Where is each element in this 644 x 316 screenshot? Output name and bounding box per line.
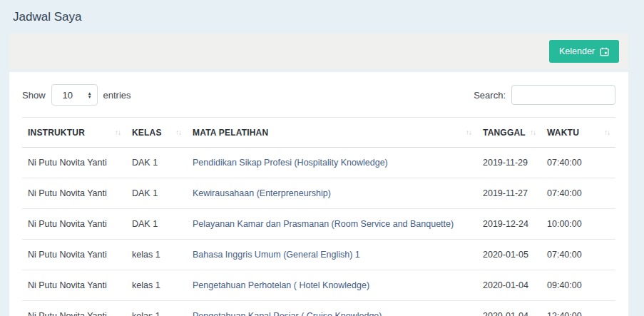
search-control: Search:: [474, 85, 615, 105]
time-cell: 07:40:00: [541, 148, 615, 178]
time-cell: 12:40:00: [541, 301, 615, 316]
calendar-icon: [600, 47, 609, 56]
table-row: Ni Putu Novita Yanti kelas 1 Pengetahuan…: [22, 301, 615, 316]
column-header-kelas[interactable]: Kelas ↑↓: [126, 118, 187, 148]
page-length-select[interactable]: 10: [51, 84, 98, 106]
main-content: Kelender Show 10 ▴▾ e: [9, 34, 628, 316]
schedule-table: Instruktur ↑↓ Kelas ↑↓ Mata Pelatihan ↑↓…: [22, 117, 615, 316]
calendar-button-label: Kelender: [559, 46, 595, 56]
entries-label: entries: [103, 90, 131, 101]
search-input[interactable]: [511, 85, 615, 105]
sort-icon: ↑↓: [466, 128, 471, 136]
sort-icon: ↑↓: [604, 128, 610, 136]
instructor-cell: Ni Putu Novita Yanti: [22, 301, 126, 316]
date-cell: 2020-01-04: [477, 301, 541, 316]
table-row: Ni Putu Novita Yanti kelas 1 Pengetahuan…: [22, 270, 615, 301]
table-row: Ni Putu Novita Yanti DAK 1 Kewirausahaan…: [22, 178, 615, 209]
course-link-cell[interactable]: Pelayanan Kamar dan Prasmanan (Room Serv…: [187, 209, 477, 240]
column-header-mata-pelatihan[interactable]: Mata Pelatihan ↑↓: [187, 118, 477, 148]
date-cell: 2019-11-27: [477, 178, 541, 209]
datatable-controls: Show 10 ▴▾ entries Search:: [22, 84, 615, 106]
calendar-button[interactable]: Kelender: [549, 40, 619, 63]
schedule-table-body: Ni Putu Novita Yanti DAK 1 Pendidikan Si…: [22, 148, 615, 316]
course-link-cell[interactable]: Pengetahuan Perhotelan ( Hotel Knowledge…: [187, 270, 477, 301]
instructor-cell: Ni Putu Novita Yanti: [22, 209, 126, 240]
table-row: Ni Putu Novita Yanti kelas 1 Bahasa Ingg…: [22, 240, 615, 270]
page-title: Jadwal Saya: [0, 0, 644, 34]
course-link-cell[interactable]: Pendidikan Sikap Profesi (Hospitality Kn…: [187, 148, 477, 178]
instructor-cell: Ni Putu Novita Yanti: [22, 148, 126, 178]
date-cell: 2019-12-24: [477, 209, 541, 240]
table-row: Ni Putu Novita Yanti DAK 1 Pendidikan Si…: [22, 148, 615, 178]
instructor-cell: Ni Putu Novita Yanti: [22, 178, 126, 209]
show-label: Show: [22, 90, 46, 101]
time-cell: 10:00:00: [541, 209, 615, 240]
instructor-cell: Ni Putu Novita Yanti: [22, 240, 126, 270]
sort-icon: ↑↓: [175, 128, 181, 136]
schedule-card: Show 10 ▴▾ entries Search:: [9, 72, 628, 316]
table-row: Ni Putu Novita Yanti DAK 1 Pelayanan Kam…: [22, 209, 615, 240]
search-label: Search:: [474, 90, 506, 101]
class-cell: kelas 1: [126, 240, 187, 270]
page-length-control: Show 10 ▴▾ entries: [22, 84, 131, 106]
date-cell: 2020-01-05: [477, 240, 541, 270]
column-header-tanggal[interactable]: Tanggal ↑↓: [477, 118, 541, 148]
course-link-cell[interactable]: Kewirausahaan (Enterpreneurship): [187, 178, 477, 209]
toolbar: Kelender: [9, 34, 628, 69]
time-cell: 07:40:00: [541, 240, 615, 270]
course-link-cell[interactable]: Pengetahuan Kapal Pesiar ( Cruise Knowle…: [187, 301, 477, 316]
class-cell: kelas 1: [126, 270, 187, 301]
sort-icon: ↑↓: [530, 128, 536, 136]
date-cell: 2020-01-04: [477, 270, 541, 301]
table-header: Instruktur ↑↓ Kelas ↑↓ Mata Pelatihan ↑↓…: [22, 118, 615, 148]
date-cell: 2019-11-29: [477, 148, 541, 178]
instructor-cell: Ni Putu Novita Yanti: [22, 270, 126, 301]
course-link-cell[interactable]: Bahasa Inggris Umum (General English) 1: [187, 240, 477, 270]
page-length-select-wrap: 10 ▴▾: [51, 84, 98, 106]
column-header-instruktur[interactable]: Instruktur ↑↓: [22, 118, 126, 148]
class-cell: DAK 1: [126, 178, 187, 209]
class-cell: DAK 1: [126, 209, 187, 240]
column-header-waktu[interactable]: Waktu ↑↓: [541, 118, 615, 148]
time-cell: 09:40:00: [541, 270, 615, 301]
time-cell: 07:40:00: [541, 178, 615, 209]
class-cell: DAK 1: [126, 148, 187, 178]
class-cell: kelas 1: [126, 301, 187, 316]
sort-icon: ↑↓: [115, 128, 121, 136]
